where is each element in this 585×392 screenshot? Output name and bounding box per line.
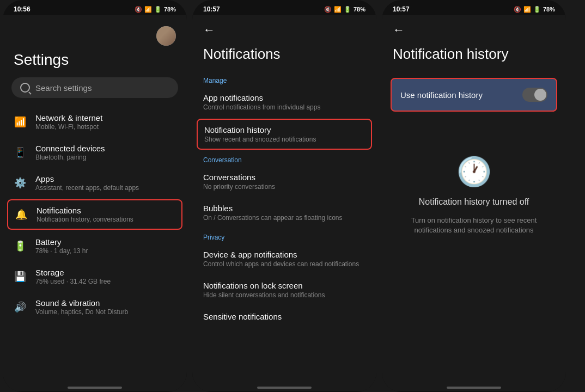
label-storage: Storage [35, 268, 111, 277]
time-1: 10:56 [14, 5, 31, 13]
home-indicator [68, 387, 122, 389]
settings-item-notifications[interactable]: 🔔 Notifications Notification history, co… [7, 199, 182, 230]
notif-sub-device-app: Control which apps and devices can read … [203, 260, 365, 268]
settings-item-network[interactable]: 📶 Network & internet Mobile, Wi-Fi, hots… [3, 107, 187, 137]
search-icon [20, 83, 30, 93]
icon-apps: ⚙️ [14, 176, 27, 189]
icon-network: 📶 [14, 115, 27, 128]
notif-label-device-app: Device & app notifications [203, 250, 365, 259]
text-apps: Apps Assistant, recent apps, default app… [35, 174, 139, 192]
user-avatar[interactable] [156, 26, 176, 46]
notif-sub-app-notif: Control notifications from individual ap… [203, 103, 365, 111]
history-screen: ← Notification history Use notification … [382, 15, 566, 391]
back-button-3[interactable]: ← [382, 15, 566, 41]
text-devices: Connected devices Bluetooth, pairing [35, 144, 105, 161]
text-network: Network & internet Mobile, Wi-Fi, hotspo… [35, 113, 102, 131]
icon-battery: 🔋 [14, 240, 27, 253]
icon-devices: 📱 [14, 146, 27, 159]
notif-label-bubbles: Bubbles [203, 204, 365, 213]
notif-sub-lock-screen: Hide silent conversations and notificati… [203, 291, 365, 299]
time-3: 10:57 [393, 5, 410, 13]
notif-item-app-notif[interactable]: App notifications Control notifications … [192, 87, 376, 118]
history-turned-off-icon: 🕐 [456, 155, 492, 188]
notif-item-device-app[interactable]: Device & app notifications Control which… [192, 243, 376, 274]
settings-header [3, 15, 187, 51]
label-devices: Connected devices [35, 144, 105, 153]
status-icons-1: 🔇 📶 🔋 78% [135, 6, 176, 13]
notif-sub-notif-history: Show recent and snoozed notifications [204, 136, 364, 143]
settings-item-apps[interactable]: ⚙️ Apps Assistant, recent apps, default … [3, 168, 187, 198]
label-apps: Apps [35, 174, 139, 183]
text-notifications: Notifications Notification history, conv… [36, 206, 133, 223]
notification-history-toggle-row[interactable]: Use notification history [391, 78, 557, 112]
back-button-2[interactable]: ← [192, 15, 376, 41]
icon-notifications: 🔔 [15, 208, 28, 221]
settings-item-devices[interactable]: 📱 Connected devices Bluetooth, pairing [3, 137, 187, 168]
status-bar-3: 10:57 🔇 📶 🔋 78% [382, 0, 566, 15]
icon-storage: 💾 [14, 270, 27, 283]
label-notifications: Notifications [36, 206, 133, 215]
search-placeholder: Search settings [35, 83, 92, 93]
settings-item-sound[interactable]: 🔊 Sound & vibration Volume, haptics, Do … [3, 292, 187, 322]
sub-notifications: Notification history, conversations [36, 216, 133, 223]
notifications-title: Notifications [192, 41, 376, 71]
page-title: Settings [3, 51, 187, 77]
history-empty-state: 🕐 Notification history turned off Turn o… [382, 155, 566, 235]
sub-sound: Volume, haptics, Do Not Disturb [35, 308, 128, 316]
notif-item-notif-history[interactable]: Notification history Show recent and sno… [197, 119, 372, 150]
sub-storage: 75% used · 31.42 GB free [35, 278, 111, 285]
notif-item-lock-screen[interactable]: Notifications on lock screen Hide silent… [192, 274, 376, 305]
sub-devices: Bluetooth, pairing [35, 154, 105, 161]
notif-label-lock-screen: Notifications on lock screen [203, 281, 365, 290]
icon-sound: 🔊 [14, 301, 27, 314]
home-indicator-2 [257, 387, 312, 389]
use-notification-history-toggle[interactable] [522, 88, 547, 102]
history-empty-desc: Turn on notification history to see rece… [398, 216, 550, 235]
history-title: Notification history [382, 41, 566, 71]
status-icons-3: 🔇 📶 🔋 78% [514, 6, 555, 13]
notif-label-notif-history: Notification history [204, 125, 364, 134]
notif-item-bubbles[interactable]: Bubbles On / Conversations can appear as… [192, 197, 376, 228]
section-label-manage: Manage [192, 71, 376, 87]
status-bar-1: 10:56 🔇 📶 🔋 78% [3, 0, 187, 15]
label-network: Network & internet [35, 113, 102, 122]
text-battery: Battery 78% · 1 day, 13 hr [35, 237, 88, 255]
settings-item-battery[interactable]: 🔋 Battery 78% · 1 day, 13 hr [3, 231, 187, 261]
section-label-privacy: Privacy [192, 228, 376, 243]
notif-label-app-notif: App notifications [203, 93, 365, 102]
history-empty-title: Notification history turned off [419, 197, 529, 207]
toggle-label: Use notification history [400, 90, 483, 100]
search-bar[interactable]: Search settings [11, 77, 178, 98]
label-battery: Battery [35, 237, 88, 247]
sub-battery: 78% · 1 day, 13 hr [35, 247, 88, 255]
notif-sub-bubbles: On / Conversations can appear as floatin… [203, 214, 365, 222]
notifications-sections: Manage App notifications Control notific… [192, 71, 376, 328]
phone-notifications: 10:57 🔇 📶 🔋 78% ← Notifications Manage A… [192, 0, 376, 392]
status-bar-2: 10:57 🔇 📶 🔋 78% [192, 0, 376, 15]
sub-network: Mobile, Wi-Fi, hotspot [35, 123, 102, 131]
status-icons-2: 🔇 📶 🔋 78% [324, 6, 365, 13]
settings-list: 📶 Network & internet Mobile, Wi-Fi, hots… [3, 107, 187, 322]
phone-notification-history: 10:57 🔇 📶 🔋 78% ← Notification history U… [382, 0, 566, 392]
section-label-conversation: Conversation [192, 151, 376, 166]
text-sound: Sound & vibration Volume, haptics, Do No… [35, 298, 128, 316]
label-sound: Sound & vibration [35, 298, 128, 308]
notif-label-conversations: Conversations [203, 173, 365, 182]
notifications-screen: ← Notifications Manage App notifications… [192, 15, 376, 391]
settings-item-storage[interactable]: 💾 Storage 75% used · 31.42 GB free [3, 261, 187, 292]
time-2: 10:57 [203, 5, 220, 13]
notif-item-sensitive[interactable]: Sensitive notifications [192, 305, 376, 328]
sub-apps: Assistant, recent apps, default apps [35, 184, 139, 192]
home-indicator-3 [447, 387, 501, 389]
phone-settings: 10:56 🔇 📶 🔋 78% Settings Search settings… [3, 0, 187, 392]
notif-sub-conversations: No priority conversations [203, 183, 365, 191]
notif-item-conversations[interactable]: Conversations No priority conversations [192, 166, 376, 197]
text-storage: Storage 75% used · 31.42 GB free [35, 268, 111, 285]
notif-label-sensitive: Sensitive notifications [203, 312, 365, 321]
